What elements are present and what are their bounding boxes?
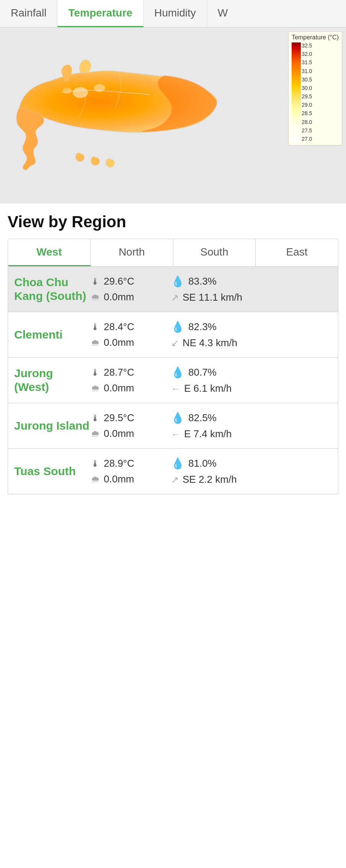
drop-icon-0: 💧 — [171, 275, 184, 288]
legend-value-1: 32.0 — [302, 51, 312, 57]
weather-extras-3: 💧 82.5% ← E 7.4 km/h — [167, 412, 332, 440]
temp-value-2: 28.7°C — [104, 366, 134, 378]
station-name-2: Jurong (West) — [14, 366, 91, 394]
humidity-row-3: 💧 82.5% — [171, 412, 332, 424]
wind-arrow-icon-0: ↗ — [171, 292, 179, 303]
legend-value-11: 27.0 — [302, 136, 312, 142]
weather-extras-0: 💧 83.3% ↗ SE 11.1 km/h — [167, 275, 332, 303]
wind-arrow-icon-3: ← — [171, 429, 180, 440]
region-tab-bar: West North South East — [8, 239, 338, 267]
legend-value-10: 27.5 — [302, 127, 312, 134]
weather-card-3: Jurong Island 🌡 29.5°C 🌧 0.0mm 💧 82.5% ← — [8, 403, 338, 449]
wind-arrow-icon-4: ↗ — [171, 474, 179, 485]
wind-arrow-icon-2: ← — [171, 383, 180, 394]
temp-value-0: 29.6°C — [104, 275, 134, 287]
drop-icon-2: 💧 — [171, 366, 184, 379]
humidity-value-0: 83.3% — [188, 275, 217, 287]
rain-value-4: 0.0mm — [104, 473, 134, 485]
legend-labels: 32.5 32.0 31.5 31.0 30.5 30.0 29.5 29.0 … — [302, 42, 312, 142]
weather-card-0: Choa Chu Kang (South) 🌡 29.6°C 🌧 0.0mm 💧… — [8, 267, 338, 312]
region-tab-north[interactable]: North — [91, 239, 173, 266]
rain-row-2: 🌧 0.0mm — [91, 382, 167, 394]
region-tab-east[interactable]: East — [256, 239, 338, 266]
rain-icon-2: 🌧 — [91, 383, 100, 394]
station-name-3: Jurong Island — [14, 419, 91, 433]
temp-row-1: 🌡 28.4°C — [91, 321, 167, 333]
rain-row-4: 🌧 0.0mm — [91, 473, 167, 485]
rain-icon-0: 🌧 — [91, 292, 100, 303]
wind-row-3: ← E 7.4 km/h — [171, 428, 332, 440]
station-name-0: Choa Chu Kang (South) — [14, 275, 91, 303]
tab-wind[interactable]: W — [207, 0, 238, 27]
rain-value-3: 0.0mm — [104, 428, 134, 440]
singapore-map — [4, 31, 226, 200]
wind-value-3: E 7.4 km/h — [184, 428, 232, 440]
tab-humidity[interactable]: Humidity — [144, 0, 207, 27]
temp-row-4: 🌡 28.9°C — [91, 458, 167, 469]
wind-value-0: SE 11.1 km/h — [183, 292, 242, 303]
weather-metrics-4: 🌡 28.9°C 🌧 0.0mm — [91, 458, 167, 485]
wind-row-0: ↗ SE 11.1 km/h — [171, 292, 332, 303]
rain-row-0: 🌧 0.0mm — [91, 291, 167, 303]
temp-value-3: 29.5°C — [104, 412, 134, 424]
weather-extras-2: 💧 80.7% ← E 6.1 km/h — [167, 366, 332, 394]
weather-metrics-2: 🌡 28.7°C 🌧 0.0mm — [91, 366, 167, 394]
legend-value-3: 31.0 — [302, 68, 312, 74]
region-tab-west[interactable]: West — [8, 239, 91, 266]
humidity-row-2: 💧 80.7% — [171, 366, 332, 379]
humidity-row-4: 💧 81.0% — [171, 457, 332, 470]
rain-icon-3: 🌧 — [91, 428, 100, 439]
humidity-row-1: 💧 82.3% — [171, 321, 332, 333]
region-tab-south[interactable]: South — [173, 239, 256, 266]
rain-icon-4: 🌧 — [91, 474, 100, 485]
drop-icon-3: 💧 — [171, 412, 184, 424]
legend-gradient-bar — [292, 42, 301, 142]
temp-value-1: 28.4°C — [104, 321, 134, 333]
tab-rainfall[interactable]: Rainfall — [0, 0, 57, 27]
rain-value-0: 0.0mm — [104, 291, 134, 303]
legend-value-9: 28.0 — [302, 119, 312, 125]
wind-arrow-icon-1: ↙ — [171, 338, 179, 349]
svg-point-1 — [94, 84, 105, 92]
weather-metrics-0: 🌡 29.6°C 🌧 0.0mm — [91, 275, 167, 303]
rain-value-2: 0.0mm — [104, 382, 134, 394]
thermometer-icon-1: 🌡 — [91, 322, 100, 332]
tab-temperature[interactable]: Temperature — [57, 0, 144, 27]
weather-metrics-3: 🌡 29.5°C 🌧 0.0mm — [91, 412, 167, 440]
thermometer-icon-4: 🌡 — [91, 458, 100, 469]
temp-row-2: 🌡 28.7°C — [91, 366, 167, 378]
station-name-1: Clementi — [14, 328, 91, 342]
map-container — [4, 31, 226, 200]
wind-row-2: ← E 6.1 km/h — [171, 383, 332, 394]
weather-station-list: Choa Chu Kang (South) 🌡 29.6°C 🌧 0.0mm 💧… — [8, 267, 338, 494]
svg-point-2 — [62, 88, 72, 94]
legend-value-4: 30.5 — [302, 77, 312, 83]
thermometer-icon-2: 🌡 — [91, 367, 100, 378]
map-section: Temperature (°C) 32.5 32.0 31.5 31.0 30.… — [0, 28, 346, 204]
rain-icon-1: 🌧 — [91, 337, 100, 348]
humidity-value-3: 82.5% — [188, 412, 217, 424]
weather-extras-1: 💧 82.3% ↙ NE 4.3 km/h — [167, 321, 332, 349]
legend-value-0: 32.5 — [302, 42, 312, 49]
rain-row-1: 🌧 0.0mm — [91, 337, 167, 349]
legend-value-7: 29.0 — [302, 102, 312, 108]
weather-metrics-1: 🌡 28.4°C 🌧 0.0mm — [91, 321, 167, 349]
weather-card-2: Jurong (West) 🌡 28.7°C 🌧 0.0mm 💧 80.7% ← — [8, 358, 338, 403]
drop-icon-4: 💧 — [171, 457, 184, 470]
legend-value-8: 28.5 — [302, 110, 312, 116]
temp-value-4: 28.9°C — [104, 458, 134, 469]
drop-icon-1: 💧 — [171, 321, 184, 333]
wind-value-2: E 6.1 km/h — [184, 383, 232, 394]
humidity-value-4: 81.0% — [188, 458, 217, 469]
wind-row-1: ↙ NE 4.3 km/h — [171, 337, 332, 349]
humidity-value-2: 80.7% — [188, 366, 217, 378]
wind-value-4: SE 2.2 km/h — [183, 474, 237, 485]
rain-value-1: 0.0mm — [104, 337, 134, 349]
humidity-value-1: 82.3% — [188, 321, 217, 333]
temperature-legend: Temperature (°C) 32.5 32.0 31.5 31.0 30.… — [288, 31, 342, 145]
weather-extras-4: 💧 81.0% ↗ SE 2.2 km/h — [167, 457, 332, 485]
rain-row-3: 🌧 0.0mm — [91, 428, 167, 440]
legend-value-6: 29.5 — [302, 93, 312, 99]
temp-row-3: 🌡 29.5°C — [91, 412, 167, 424]
svg-point-0 — [73, 87, 88, 98]
